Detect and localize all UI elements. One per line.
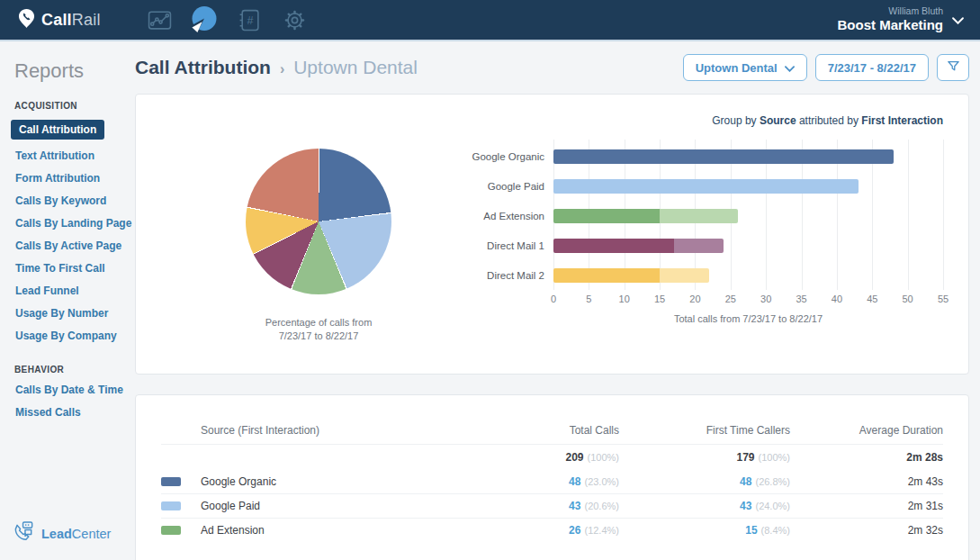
- total-calls-link[interactable]: 43: [569, 500, 580, 512]
- pie-report-icon-active[interactable]: [189, 5, 220, 35]
- total-calls-link[interactable]: 26: [569, 524, 580, 537]
- bar-segment-first-time: [553, 239, 674, 253]
- source-color-swatch: [161, 526, 181, 535]
- sidebar-section-label: ACQUISITION: [14, 101, 135, 111]
- bar-segment-additional: [660, 209, 738, 223]
- totals-avg-duration: 2m 28s: [790, 451, 943, 464]
- x-axis-tick: 25: [725, 294, 736, 304]
- bar-plot-area[interactable]: [553, 141, 943, 290]
- chevron-down-icon: [785, 61, 795, 75]
- source-color-swatch: [161, 501, 181, 510]
- sidebar-item-text-attribution[interactable]: Text Attribution: [15, 149, 135, 162]
- bar-category-label: Direct Mail 2: [462, 260, 544, 290]
- table-totals-row: 209(100%) 179(100%) 2m 28s: [161, 444, 943, 469]
- source-bar-chart: Google OrganicGoogle PaidAd ExtensionDir…: [462, 141, 943, 324]
- account-menu[interactable]: William Bluth Boost Marketing: [837, 5, 964, 34]
- bar-row-google-organic[interactable]: [553, 141, 943, 171]
- sidebar-item-calls-by-active-page[interactable]: Calls By Active Page: [15, 239, 135, 252]
- breadcrumb-company-name: Uptown Dental: [293, 57, 418, 78]
- breadcrumb-separator: ›: [280, 61, 284, 77]
- sidebar-item-lead-funnel[interactable]: Lead Funnel: [15, 285, 135, 297]
- sidebar-item-form-attribution[interactable]: Form Attribution: [15, 172, 135, 185]
- table-row: Ad Extension26(12.4%)15(8.4%)2m 32s: [161, 518, 943, 542]
- first-time-callers-link[interactable]: 15: [745, 524, 757, 537]
- x-axis-tick: 45: [867, 294, 877, 304]
- avg-duration: 2m 43s: [790, 475, 943, 488]
- sidebar-section-label: BEHAVIOR: [14, 365, 135, 375]
- toolbar: Uptown Dental 7/23/17 - 8/22/17: [683, 54, 969, 81]
- leadcenter-wordmark: LeadCenter: [41, 527, 111, 541]
- primary-nav: #: [144, 5, 310, 35]
- x-axis-tick: 20: [689, 294, 700, 304]
- x-axis-tick: 35: [796, 294, 806, 304]
- company-dropdown-button[interactable]: Uptown Dental: [683, 54, 807, 81]
- source-name: Google Organic: [201, 475, 475, 488]
- x-axis-tick: 0: [551, 294, 556, 304]
- sidebar-item-calls-by-keyword[interactable]: Calls By Keyword: [15, 194, 135, 207]
- total-calls-link[interactable]: 48: [569, 475, 580, 488]
- bar-segment-first-time: [553, 179, 859, 194]
- tracking-numbers-icon[interactable]: #: [234, 5, 265, 35]
- filter-button[interactable]: [937, 54, 969, 81]
- table-row: Google Paid43(20.6%)43(24.0%)2m 31s: [161, 493, 943, 518]
- table-header-row: Source (First Interaction) Total Calls F…: [161, 417, 943, 444]
- attribution-table-card: Source (First Interaction) Total Calls F…: [135, 394, 969, 560]
- pie-caption: Percentage of calls from 7/23/17 to 8/22…: [175, 316, 462, 344]
- callrail-logo[interactable]: CallRail: [18, 8, 137, 32]
- table-row: Google Organic48(23.0%)48(26.8%)2m 43s: [161, 469, 943, 493]
- svg-text:#: #: [247, 14, 253, 27]
- bar-row-ad-extension[interactable]: [553, 201, 943, 230]
- bar-segment-additional: [674, 239, 724, 253]
- sidebar-item-time-to-first-call[interactable]: Time To First Call: [15, 262, 135, 275]
- callrail-pin-icon: [18, 8, 35, 32]
- totals-total-calls: 209: [566, 451, 584, 464]
- bar-category-label: Google Organic: [462, 141, 544, 171]
- avg-duration: 2m 32s: [790, 524, 943, 537]
- x-axis-tick: 40: [832, 294, 842, 304]
- source-name: Google Paid: [201, 500, 475, 512]
- leadcenter-link[interactable]: LeadCenter: [12, 520, 111, 547]
- sidebar-item-usage-by-company[interactable]: Usage By Company: [15, 330, 135, 342]
- first-time-callers-link[interactable]: 43: [740, 500, 751, 512]
- x-axis-tick: 10: [619, 294, 630, 304]
- breadcrumb-report-name[interactable]: Call Attribution: [135, 57, 271, 78]
- reports-sidebar: Reports ACQUISITIONCall AttributionText …: [0, 41, 135, 558]
- settings-gear-icon[interactable]: [279, 5, 310, 35]
- x-axis-tick: 30: [760, 294, 771, 304]
- user-company: Boost Marketing: [837, 17, 943, 34]
- col-header-total-calls: Total Calls: [475, 424, 619, 437]
- chevron-down-icon: [952, 12, 964, 28]
- bar-segment-first-time: [553, 149, 894, 164]
- bar-row-google-paid[interactable]: [553, 171, 943, 201]
- user-name: William Bluth: [837, 5, 943, 17]
- bar-row-direct-mail-2[interactable]: [553, 260, 943, 290]
- sidebar-item-missed-calls[interactable]: Missed Calls: [15, 406, 135, 419]
- bar-category-label: Direct Mail 1: [462, 230, 544, 260]
- sidebar-item-usage-by-number[interactable]: Usage By Number: [15, 307, 135, 320]
- source-pie-chart[interactable]: [246, 149, 391, 294]
- sidebar-item-call-attribution[interactable]: Call Attribution: [11, 120, 104, 140]
- main-content: Call Attribution › Uptown Dental Uptown …: [135, 41, 980, 558]
- x-axis-tick: 15: [654, 294, 665, 304]
- attribution-chart-card: Group by Source attributed by First Inte…: [135, 94, 969, 375]
- trend-report-icon[interactable]: [144, 5, 175, 35]
- totals-first-time: 179: [737, 451, 755, 464]
- bar-segment-first-time: [553, 209, 660, 223]
- bar-row-direct-mail-1[interactable]: [553, 230, 943, 260]
- x-axis-tick: 55: [938, 294, 949, 304]
- col-header-source: Source (First Interaction): [201, 424, 475, 437]
- col-header-avg-duration: Average Duration: [790, 424, 943, 437]
- breadcrumb: Call Attribution › Uptown Dental: [135, 57, 418, 78]
- bar-caption: Total calls from 7/23/17 to 8/22/17: [553, 313, 943, 324]
- top-navigation-bar: CallRail: [0, 0, 980, 41]
- first-time-callers-link[interactable]: 48: [740, 475, 751, 488]
- brand-wordmark: CallRail: [41, 11, 101, 30]
- bar-segment-additional: [660, 268, 709, 283]
- sidebar-item-calls-by-date-time[interactable]: Calls By Date & Time: [15, 384, 135, 396]
- date-range-button[interactable]: 7/23/17 - 8/22/17: [815, 54, 929, 81]
- col-header-first-time: First Time Callers: [619, 424, 790, 437]
- sidebar-item-calls-by-landing-page[interactable]: Calls By Landing Page: [15, 217, 135, 230]
- x-axis-tick: 5: [586, 294, 591, 304]
- bar-category-label: Ad Extension: [462, 201, 544, 230]
- source-name: Ad Extension: [201, 524, 475, 537]
